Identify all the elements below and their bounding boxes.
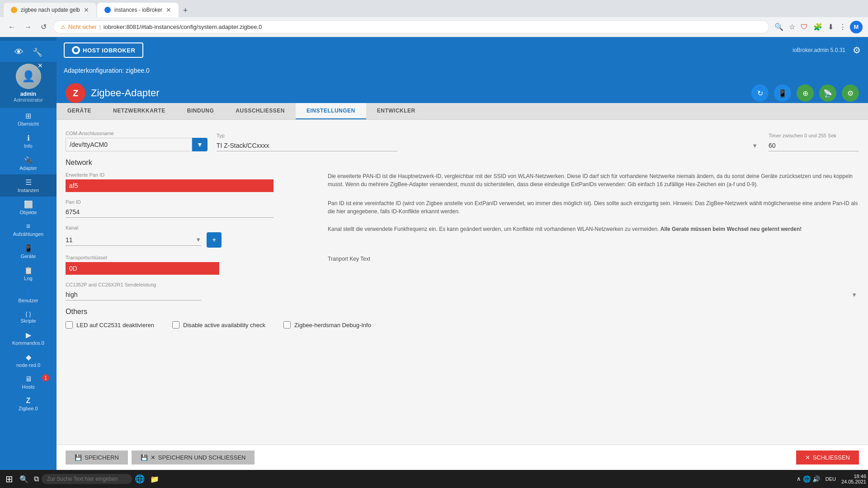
checkbox-item-debug[interactable]: Zigbee-herdsman Debug-Info <box>283 321 371 328</box>
tab-favicon-1 <box>11 7 17 13</box>
refresh-button[interactable]: ↻ <box>751 84 769 102</box>
sidebar-item-aufzaehlungen[interactable]: ≡ Aufzählungen <box>0 219 57 240</box>
tab-einstellungen[interactable]: EINSTELLUNGEN <box>296 103 366 119</box>
sidebar-item-log[interactable]: 📋 Log <box>0 263 57 285</box>
sidebar-item-uebersicht[interactable]: ⊞ Übersicht <box>0 108 57 130</box>
timer-input[interactable] <box>769 140 859 151</box>
extended-pan-id-input[interactable] <box>66 179 274 192</box>
sidebar-item-objekte[interactable]: ⬜ Objekte <box>0 197 57 219</box>
power-select[interactable]: high <box>66 289 201 300</box>
address-bar[interactable]: ⚠ Nicht sicher | iobroker:8081/#tab-inst… <box>53 20 769 33</box>
puzzle-button[interactable]: ⊕ <box>797 84 814 102</box>
signal-button[interactable]: 📡 <box>819 84 836 102</box>
browser-tab-1[interactable]: zigbee nach update gelb ✕ <box>4 3 96 17</box>
transport-key-info: Tranport Key Text <box>328 255 859 275</box>
transport-key-input[interactable] <box>66 262 219 275</box>
tray-icon-volume[interactable]: 🔊 <box>812 475 820 483</box>
pan-id-info-text: Pan ID ist eine vereinfachte ID (wird vo… <box>328 199 859 216</box>
com-row: COM-Anschlussname ▼ Typ TI Z-Stack/CCxxx… <box>66 131 859 151</box>
cancel-icon: ✕ <box>151 454 156 461</box>
menu-btn[interactable]: ⋮ <box>837 21 848 33</box>
search-taskbar-btn[interactable]: 🔍 <box>17 473 31 485</box>
avatar-close-button[interactable]: ✕ <box>38 62 43 69</box>
settings2-button[interactable]: ⚙ <box>842 84 859 102</box>
sidebar-label-kommandos: Kommandos.0 <box>12 340 44 346</box>
channel-label: Kanal <box>66 225 319 230</box>
sidebar-label-log: Log <box>24 276 32 281</box>
reload-button[interactable]: ↺ <box>38 21 49 33</box>
back-button[interactable]: ← <box>5 21 18 33</box>
pan-id-input[interactable] <box>66 206 274 218</box>
checkbox-led[interactable] <box>66 321 73 328</box>
checkbox-availability[interactable] <box>172 321 179 328</box>
sidebar-item-kommandos[interactable]: ▶ Kommandos.0 <box>0 327 57 349</box>
bottom-bar: 💾 SPEICHERN 💾 ✕ SPEICHERN UND SCHLIESSEN… <box>57 445 868 470</box>
search-browser-btn[interactable]: 🔍 <box>773 21 785 33</box>
sidebar-item-skripte[interactable]: { } Skripte <box>0 307 57 327</box>
sidebar-item-zigbee[interactable]: Z Zigbee.0 <box>0 393 57 415</box>
com-input[interactable] <box>66 138 192 151</box>
eye-button[interactable]: 👁 <box>12 44 26 60</box>
tab-netzwerkkarte[interactable]: NETZWERKKARTE <box>102 103 176 119</box>
tab-close-1[interactable]: ✕ <box>84 6 89 14</box>
com-input-wrapper: ▼ <box>66 138 208 151</box>
profile-button[interactable]: M <box>850 21 863 33</box>
settings-icon[interactable]: ⚙ <box>853 45 861 56</box>
sidebar-label-node-red: node-red.0 <box>16 362 40 368</box>
sidebar-item-node-red[interactable]: ◆ node-red.0 <box>0 349 57 371</box>
tab-ausschliessen[interactable]: AUSSCHLIESSEN <box>225 103 296 119</box>
update-btn[interactable]: ⬇ <box>826 21 835 33</box>
file-explorer-btn[interactable]: 📁 <box>147 473 162 485</box>
com-dropdown-button[interactable]: ▼ <box>192 138 208 151</box>
new-tab-button[interactable]: + <box>179 4 192 17</box>
sidebar-label-uebersicht: Übersicht <box>18 121 38 127</box>
forward-button[interactable]: → <box>22 21 34 33</box>
shield-btn[interactable]: 🛡 <box>799 21 810 33</box>
tab-bindung[interactable]: BINDUNG <box>176 103 225 119</box>
checkbox-debug-label: Zigbee-herdsman Debug-Info <box>294 322 371 328</box>
sidebar-item-geraete[interactable]: 📱 Geräte <box>0 240 57 263</box>
sidebar-item-info[interactable]: ℹ Info <box>0 130 57 152</box>
tab-entwickler[interactable]: ENTWICKLER <box>366 103 426 119</box>
zigbee-icon: Z <box>26 397 31 405</box>
extended-pan-id-left: Erweiterte Pan ID <box>66 172 319 192</box>
sidebar-item-hosts[interactable]: 🖥 Hosts 1 <box>0 371 57 393</box>
typ-select[interactable]: TI Z-Stack/CCxxxx <box>217 140 397 151</box>
taskbar-search-input[interactable] <box>42 474 132 484</box>
browser-tab-2[interactable]: instances - ioBroker ✕ <box>97 3 179 17</box>
host-iobroker-button[interactable]: HOST IOBROKER <box>64 42 143 58</box>
channel-input[interactable] <box>66 235 195 245</box>
channel-input-wrapper: ▼ + <box>66 232 319 248</box>
mobile-button[interactable]: 📱 <box>774 84 791 102</box>
sidebar-item-benutzer[interactable]: 👤 Benutzer <box>0 285 57 307</box>
close-button[interactable]: ✕ SCHLIESSEN <box>796 450 859 465</box>
bookmark-btn[interactable]: ☆ <box>787 21 797 33</box>
taskbar-date-value: 24.05.2021 <box>841 479 866 484</box>
tray-icon-1[interactable]: ∧ <box>797 475 801 483</box>
extensions-btn[interactable]: 🧩 <box>811 21 824 33</box>
sidebar-item-adapter[interactable]: 🔌 Adapter <box>0 152 57 174</box>
adapter-icon: 🔌 <box>24 156 33 164</box>
sidebar-label-benutzer: Benutzer <box>18 298 38 303</box>
checkbox-debug[interactable] <box>283 321 291 328</box>
checkbox-item-availability[interactable]: Disable active availability check <box>172 321 265 328</box>
zigbee-action-buttons: ↻ 📱 ⊕ 📡 ⚙ <box>751 84 859 102</box>
tab-close-2[interactable]: ✕ <box>166 6 171 14</box>
sidebar-navigation: ⊞ Übersicht ℹ Info 🔌 Adapter ☰ Instanzen… <box>0 108 57 470</box>
timer-label: Timer zwischen 0 und 255 Sek <box>769 133 859 138</box>
tab-geraete[interactable]: GERÄTE <box>57 103 102 119</box>
taskview-btn[interactable]: ⧉ <box>31 473 42 485</box>
typ-group: Typ TI Z-Stack/CCxxxx ▼ <box>217 133 760 151</box>
taskbar-clock[interactable]: 18:46 24.05.2021 <box>841 474 866 484</box>
kommandos-icon: ▶ <box>26 331 31 339</box>
sidebar-top: 👁 🔧 👤 ✕ admin Administrator <box>0 37 57 108</box>
channel-add-button[interactable]: + <box>207 232 222 248</box>
chrome-btn[interactable]: 🌐 <box>132 472 147 486</box>
checkbox-item-led[interactable]: LED auf CC2531 deaktivieren <box>66 321 154 328</box>
tray-icon-network[interactable]: 🌐 <box>803 475 811 483</box>
save-close-button[interactable]: 💾 ✕ SPEICHERN UND SCHLIESSEN <box>132 450 255 465</box>
wrench-button[interactable]: 🔧 <box>30 45 45 60</box>
save-button[interactable]: 💾 SPEICHERN <box>66 450 128 465</box>
sidebar-item-instanzen[interactable]: ☰ Instanzen <box>0 174 57 197</box>
start-button[interactable]: ⊞ <box>2 472 17 486</box>
